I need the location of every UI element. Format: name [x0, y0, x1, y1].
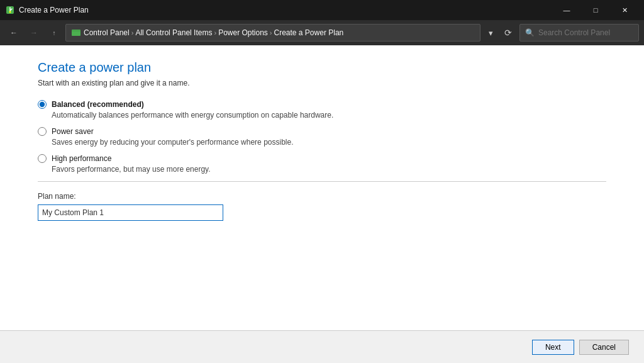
radio-row-high-performance: High performance [38, 154, 606, 163]
refresh-button[interactable]: ⟳ [499, 24, 517, 42]
app-icon [5, 5, 15, 15]
cancel-button[interactable]: Cancel [579, 340, 629, 355]
radio-balanced-label[interactable]: Balanced (recommended) [52, 100, 144, 109]
radio-power-saver-label[interactable]: Power saver [52, 127, 94, 136]
radio-row-power-saver: Power saver [38, 127, 606, 136]
path-icon [71, 28, 81, 38]
breadcrumb-power-options[interactable]: Power Options [218, 28, 268, 37]
address-dropdown-button[interactable]: ▾ [484, 24, 497, 42]
bottom-bar: Next Cancel [0, 330, 644, 363]
next-button[interactable]: Next [532, 340, 574, 355]
radio-power-saver-desc: Saves energy by reducing your computer's… [52, 138, 606, 147]
option-high-performance: High performance Favors performance, but… [38, 154, 606, 174]
window-title: Create a Power Plan [19, 6, 552, 14]
radio-row-balanced: Balanced (recommended) [38, 100, 606, 109]
title-bar: Create a Power Plan — □ ✕ [0, 0, 644, 20]
address-path[interactable]: Control Panel › All Control Panel Items … [65, 24, 480, 42]
search-input[interactable] [538, 28, 633, 37]
up-button[interactable]: ↑ [45, 24, 63, 42]
breadcrumb-all-items[interactable]: All Control Panel Items [135, 28, 212, 37]
search-icon: 🔍 [525, 28, 535, 37]
option-power-saver: Power saver Saves energy by reducing you… [38, 127, 606, 147]
page-heading: Create a power plan [38, 60, 606, 75]
svg-rect-2 [72, 30, 80, 36]
radio-balanced[interactable] [38, 100, 47, 109]
search-box[interactable]: 🔍 [519, 24, 639, 42]
option-balanced: Balanced (recommended) Automatically bal… [38, 100, 606, 120]
plan-name-label: Plan name: [38, 192, 606, 201]
svg-point-1 [9, 11, 11, 13]
breadcrumb-control-panel[interactable]: Control Panel [84, 28, 130, 37]
content-area: Create a power plan Start with an existi… [0, 45, 644, 330]
radio-high-performance-label[interactable]: High performance [52, 154, 111, 163]
page-subtitle: Start with an existing plan and give it … [38, 79, 606, 87]
radio-high-performance-desc: Favors performance, but may use more ene… [52, 165, 606, 174]
divider [38, 181, 606, 182]
radio-power-saver[interactable] [38, 127, 47, 136]
plan-name-section: Plan name: [38, 192, 606, 221]
plan-name-input[interactable] [38, 204, 223, 221]
radio-balanced-desc: Automatically balances performance with … [52, 111, 606, 120]
window-controls: — □ ✕ [552, 0, 639, 20]
back-button[interactable]: ← [5, 24, 23, 42]
breadcrumb-create-power-plan[interactable]: Create a Power Plan [274, 28, 344, 37]
maximize-button[interactable]: □ [581, 0, 610, 20]
close-button[interactable]: ✕ [610, 0, 639, 20]
minimize-button[interactable]: — [552, 0, 581, 20]
main-content: Create a power plan Start with an existi… [0, 45, 644, 363]
radio-high-performance[interactable] [38, 154, 47, 163]
address-bar: ← → ↑ Control Panel › All Control Panel … [0, 20, 644, 45]
forward-button[interactable]: → [25, 24, 43, 42]
